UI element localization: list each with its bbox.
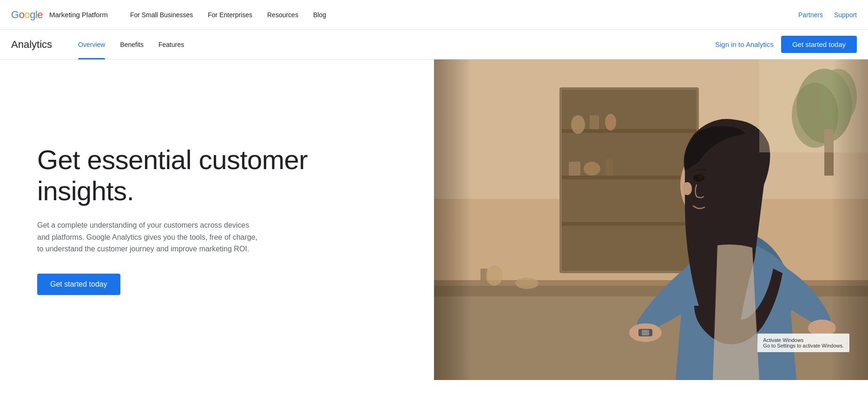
svg-rect-34 (434, 59, 471, 380)
svg-point-25 (683, 182, 692, 195)
google-marketing-platform-logo[interactable]: Google Marketing Platform (11, 9, 108, 21)
top-navigation: Google Marketing Platform For Small Busi… (0, 0, 868, 30)
tab-features[interactable]: Features (151, 30, 191, 59)
svg-point-30 (515, 278, 539, 289)
nav-blog[interactable]: Blog (306, 0, 334, 30)
nav-for-enterprises[interactable]: For Enterprises (200, 0, 260, 30)
hero-image: Activate Windows Go to Settings to activ… (434, 59, 868, 380)
top-nav-right: Partners Support (798, 11, 857, 19)
nav-support[interactable]: Support (834, 11, 857, 19)
sign-in-analytics-link[interactable]: Sign in to Analytics (715, 40, 774, 48)
svg-point-11 (584, 162, 600, 176)
nav-resources[interactable]: Resources (260, 0, 306, 30)
secondary-nav-right: Sign in to Analytics Get started today (715, 36, 857, 53)
hero-illustration (434, 59, 868, 380)
svg-point-32 (486, 265, 503, 286)
secondary-nav-tabs: Overview Benefits Features (71, 30, 715, 59)
hero-section: Get essential customer insights. Get a c… (0, 59, 868, 380)
svg-rect-12 (606, 159, 613, 176)
svg-rect-20 (642, 330, 649, 335)
svg-rect-10 (569, 162, 580, 176)
secondary-navigation: Analytics Overview Benefits Features Sig… (0, 30, 868, 59)
tab-benefits[interactable]: Benefits (112, 30, 151, 59)
marketing-platform-text: Marketing Platform (49, 11, 108, 19)
svg-rect-35 (831, 59, 868, 380)
svg-rect-5 (562, 176, 697, 179)
tab-overview[interactable]: Overview (71, 30, 112, 59)
hero-content: Get essential customer insights. Get a c… (0, 59, 434, 380)
svg-point-24 (698, 175, 702, 179)
svg-point-7 (571, 115, 585, 134)
analytics-brand: Analytics (11, 39, 52, 51)
watermark-overlay: Activate Windows Go to Settings to activ… (757, 334, 849, 352)
hero-headline: Get essential customer insights. (37, 144, 406, 206)
nav-partners[interactable]: Partners (798, 11, 823, 19)
svg-rect-6 (562, 222, 697, 226)
hero-image-area: Activate Windows Go to Settings to activ… (434, 59, 868, 380)
svg-point-9 (605, 114, 616, 131)
google-wordmark: Google (11, 9, 43, 21)
get-started-today-button-header[interactable]: Get started today (781, 36, 857, 53)
svg-rect-3 (562, 90, 697, 271)
top-nav-links: For Small Businesses For Enterprises Res… (123, 0, 798, 30)
hero-description: Get a complete understanding of your cus… (37, 219, 260, 255)
nav-for-small-businesses[interactable]: For Small Businesses (123, 0, 200, 30)
svg-rect-8 (590, 115, 599, 129)
get-started-today-button-hero[interactable]: Get started today (37, 274, 120, 295)
